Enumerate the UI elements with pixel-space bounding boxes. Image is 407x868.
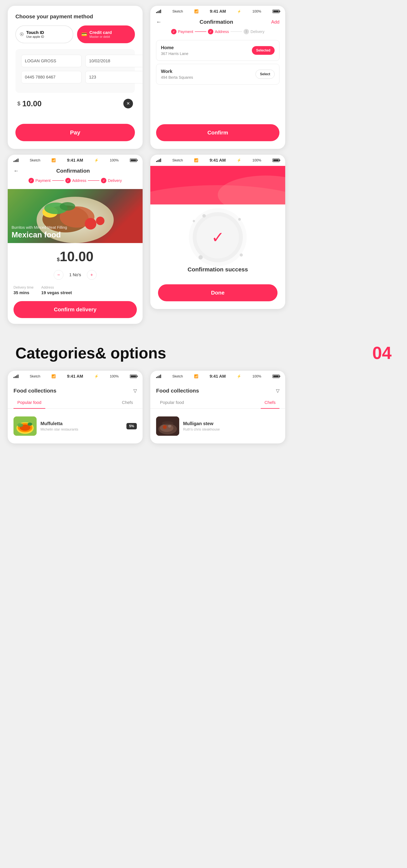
sketch-label-2: Sketch [30, 158, 40, 162]
status-bar: Sketch 📶 9:41 AM ⚡ 100% [150, 6, 285, 17]
delivery-check-2: ✓ [101, 178, 106, 183]
bluetooth-2: ⚡ [94, 158, 99, 162]
pay-button[interactable]: Pay [15, 124, 135, 141]
quantity-row: − 1 No's + [13, 270, 137, 280]
credit-card-label: Credit card [90, 30, 112, 35]
sb4-4 [18, 375, 19, 378]
quantity-plus-button[interactable]: + [87, 270, 97, 280]
status-time-5: 9:41 AM [210, 374, 226, 379]
battery-3: 100% [252, 158, 261, 162]
spacer [15, 114, 135, 122]
delivery-step-label: Delivery [250, 30, 264, 34]
status-time-4: 9:41 AM [67, 374, 83, 379]
home-selected-button[interactable]: Selected [252, 46, 275, 55]
sb4-5 [160, 375, 161, 378]
tab-chefs-left[interactable]: Chefs [118, 397, 137, 409]
sb4-3 [160, 159, 161, 162]
back-button[interactable]: ← [156, 19, 162, 25]
success-phone: Sketch 📶 9:41 AM ⚡ 100% ✓ [150, 155, 285, 309]
tabs-row-right: Popular food Chefs [150, 397, 285, 409]
address-home-info: Home 367 Harris Lane [161, 45, 188, 56]
filter-icon-left[interactable]: ▽ [133, 388, 137, 394]
sb3 [16, 159, 17, 162]
card-number-input[interactable] [21, 71, 81, 83]
nav-title-2: Confirmation [56, 168, 90, 174]
address-home-item: Home 367 Harris Lane Selected [156, 40, 279, 61]
success-checkmark: ✓ [211, 228, 224, 246]
collection-title-left: Food collections [13, 388, 56, 394]
step-line-4 [88, 180, 99, 181]
sb2-4 [15, 376, 16, 378]
bat-4: 100% [110, 374, 119, 378]
status-bar-4: Sketch 📶 9:41 AM ⚡ 100% [8, 371, 143, 382]
step-delivery-2: ✓ Delivery [101, 178, 122, 183]
sb4 [18, 159, 19, 162]
muffuletta-badge: 5% [127, 423, 137, 429]
address-step-label: Address [215, 30, 229, 34]
wifi-icon-3: 📶 [194, 158, 198, 162]
address-label-2: Address [72, 179, 86, 183]
delivery-time-label: Delivery time [13, 285, 34, 289]
dot-5 [240, 253, 243, 256]
svg-point-15 [18, 423, 23, 427]
collection-title-right: Food collections [156, 388, 199, 394]
step-line-2 [231, 31, 242, 32]
tab-chefs-right[interactable]: Chefs [261, 397, 279, 409]
touch-id-button[interactable]: ☉ Touch ID Use apple ID [15, 26, 73, 43]
mulligan-sub: Ruth's chris steakhouse [183, 428, 279, 432]
food-subtitle: Burritos with Minced Meat Filling Mexica… [11, 225, 67, 239]
card-cvv-input[interactable] [86, 71, 143, 83]
signal-bar-1 [156, 12, 157, 13]
muffuletta-thumb [13, 416, 37, 436]
credit-card-info: Credit card Master or debit [90, 30, 112, 38]
wifi-4: 📶 [52, 374, 56, 378]
status-time: 9:41 AM [210, 9, 226, 14]
back-button-2[interactable]: ← [13, 168, 19, 174]
price-value: 10.00 [22, 99, 42, 108]
cardholder-name-input[interactable] [21, 55, 81, 67]
filter-icon-right[interactable]: ▽ [276, 388, 279, 394]
tab-popular-food-left[interactable]: Popular food [13, 397, 45, 409]
tab-popular-food-right[interactable]: Popular food [156, 397, 188, 409]
close-button[interactable]: ✕ [123, 99, 133, 108]
sketch-label-3: Sketch [172, 158, 183, 162]
success-title: Confirmation success [188, 266, 248, 273]
add-button[interactable]: Add [271, 19, 279, 25]
sketch-label-4: Sketch [30, 374, 40, 378]
status-time-3: 9:41 AM [210, 158, 226, 163]
food-list-item-mulligan: Mulligan stew Ruth's chris steakhouse [150, 412, 285, 440]
success-body: ✓ Confirmation success Done [150, 205, 285, 309]
confirm-delivery-button[interactable]: Confirm delivery [13, 301, 137, 318]
payment-phone: Choose your payment method ☉ Touch ID Us… [8, 6, 143, 149]
credit-card-button[interactable]: 💳 Credit card Master or debit [77, 26, 135, 43]
card-expiry-input[interactable] [86, 55, 143, 67]
svg-point-7 [60, 202, 75, 211]
payment-step-label: Payment [178, 30, 193, 34]
sb2 [15, 160, 16, 162]
bottom-section: Sketch 📶 9:41 AM ⚡ 100% Food collections… [0, 371, 407, 455]
signal-bars-4 [13, 375, 19, 378]
signal-bars [156, 10, 161, 13]
top-section: Choose your payment method ☉ Touch ID Us… [0, 0, 407, 155]
payment-methods: ☉ Touch ID Use apple ID 💳 Credit card Ma… [15, 26, 135, 43]
confirm-button[interactable]: Confirm [156, 124, 279, 141]
section-heading: Categories& options 04 [0, 332, 407, 371]
battery-fill [273, 10, 279, 12]
food-price-value: 10.00 [60, 249, 94, 264]
delivery-time-value: 35 mins [13, 290, 29, 295]
card-icon: 💳 [81, 32, 87, 37]
spacer [150, 93, 285, 120]
done-button[interactable]: Done [158, 284, 277, 301]
success-header-svg [150, 166, 285, 205]
quantity-minus-button[interactable]: − [54, 270, 63, 280]
food-details: $ 10.00 − 1 No's + Delivery time 35 mins… [8, 243, 143, 324]
step-address-2: ✓ Address [65, 178, 86, 183]
food-image: Burritos with Minced Meat Filling Mexica… [8, 189, 143, 243]
wifi-icon: 📶 [194, 9, 199, 13]
sb3-4 [16, 375, 17, 378]
bat-5: 100% [252, 374, 261, 378]
food-price-row: $ 10.00 [13, 249, 137, 264]
delivery-label-2: Delivery [108, 179, 122, 183]
battery-icon [272, 10, 279, 13]
work-select-button[interactable]: Select [256, 70, 275, 79]
